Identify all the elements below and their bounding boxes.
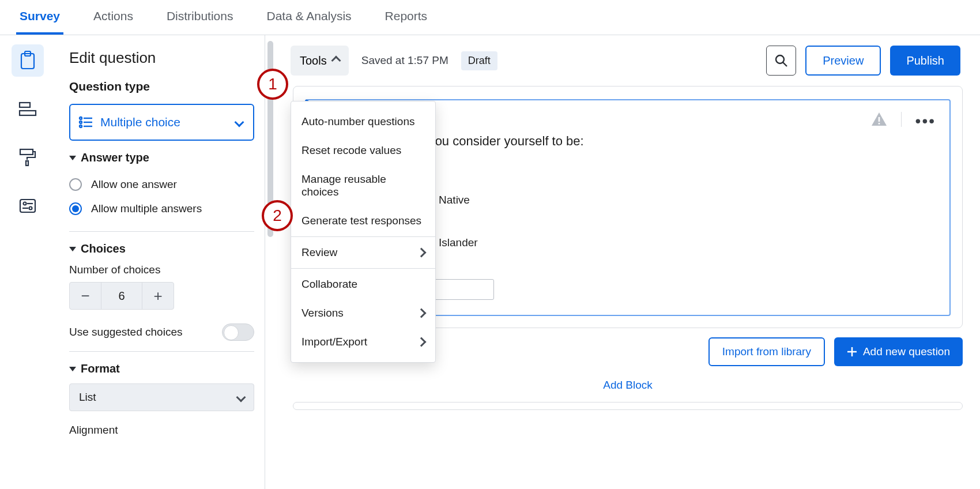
dd-reset-recode[interactable]: Reset recode values [291,136,435,165]
caret-down-icon [69,247,76,251]
svg-point-7 [24,202,27,205]
tools-button[interactable]: Tools [291,46,349,76]
svg-rect-19 [878,117,880,122]
rail-options-button[interactable] [12,190,44,222]
tools-dropdown: Auto-number questions Reset recode value… [291,101,436,363]
search-button[interactable] [766,46,796,76]
format-value: List [79,391,96,404]
rail-builder-button[interactable] [12,44,44,77]
chevron-right-icon [417,309,427,318]
choice-row[interactable]: Other [353,254,936,276]
radio-allow-multi[interactable]: Allow multiple answers [69,197,254,221]
sliders-icon [19,198,36,214]
stepper-plus[interactable]: + [142,283,174,309]
svg-point-13 [80,121,82,123]
import-library-button[interactable]: Import from library [708,337,825,366]
svg-rect-2 [20,103,30,107]
question-type-label: Multiple choice [100,115,180,129]
format-select[interactable]: List [69,383,254,411]
tab-survey[interactable]: Survey [16,9,63,35]
rail-look-button[interactable] [12,141,44,174]
choices-heading: Choices [81,242,126,255]
tab-actions[interactable]: Actions [90,9,137,35]
preview-button[interactable]: Preview [805,46,881,76]
dd-manage-reusable[interactable]: Manage reusable choices [291,165,435,206]
plus-icon [847,347,857,357]
num-choices-stepper: − 6 + [69,282,174,310]
radio-label: Allow multiple answers [91,202,202,215]
content: 1 2 Tools Saved at 1:57 PM Draft Preview… [276,35,980,489]
tools-label: Tools [300,54,327,67]
radio-icon [69,202,82,215]
warning-icon [871,112,887,127]
edit-title: Edit question [69,49,254,67]
dd-generate-test[interactable]: Generate test responses [291,206,435,235]
svg-line-18 [783,62,787,66]
svg-point-17 [776,55,784,63]
chevron-right-icon [417,337,427,347]
svg-rect-20 [878,123,880,125]
radio-label: Allow one answer [91,178,177,191]
panel-scrollbar[interactable] [265,35,276,489]
add-block-link[interactable]: Add Block [276,379,980,392]
choice-row[interactable]: ian or Pacific Islander [353,232,936,254]
publish-button[interactable]: Publish [890,46,960,76]
stepper-value: 6 [101,283,142,309]
next-block-card [293,402,963,410]
svg-rect-4 [20,149,33,155]
svg-rect-5 [26,161,28,165]
svg-rect-6 [20,200,35,212]
annotation-2: 2 [262,200,293,231]
tab-distributions[interactable]: Distributions [163,9,237,35]
format-heading: Format [81,362,120,375]
dd-collaborate[interactable]: Collaborate [291,270,435,299]
dd-review[interactable]: Review [291,238,435,267]
suggested-label: Use suggested choices [69,326,182,338]
dd-auto-number[interactable]: Auto-number questions [291,107,435,136]
annotation-1: 1 [257,69,288,100]
edit-panel: Edit question Question type Multiple cho… [55,35,265,489]
list-icon [78,116,92,129]
caret-down-icon [69,367,76,371]
rail-flow-button[interactable] [12,93,44,125]
svg-point-15 [80,125,82,127]
saved-status: Saved at 1:57 PM [361,54,448,67]
answer-type-heading: Answer type [81,151,149,164]
dd-versions[interactable]: Versions [291,299,435,328]
num-choices-label: Number of choices [69,264,254,276]
add-question-button[interactable]: Add new question [834,337,963,366]
draft-badge: Draft [461,51,497,70]
svg-point-9 [29,207,32,210]
chevron-right-icon [417,248,427,258]
tab-data-analysis[interactable]: Data & Analysis [263,9,355,35]
chevron-down-icon [236,393,246,403]
left-rail [0,35,55,489]
svg-rect-3 [20,111,36,115]
svg-point-11 [80,117,82,119]
flow-icon [18,101,37,117]
radio-icon [69,178,82,191]
top-nav: Survey Actions Distributions Data & Anal… [0,0,980,35]
choice-row[interactable]: ian or Alaska Native [353,189,936,211]
caret-down-icon [69,156,76,160]
choice-row[interactable] [353,211,936,232]
chevron-up-icon [331,56,341,66]
paint-roller-icon [19,148,36,167]
toolbar: Tools Saved at 1:57 PM Draft Preview Pub… [276,35,980,86]
suggested-toggle[interactable] [222,324,254,341]
chevron-down-icon [235,118,244,127]
question-type-heading: Question type [69,80,254,93]
radio-allow-one[interactable]: Allow one answer [69,172,254,197]
clipboard-icon [19,51,36,70]
search-icon [774,54,788,67]
stepper-minus[interactable]: − [70,283,101,309]
choice-row[interactable]: an American [353,167,936,189]
more-button[interactable]: ••• [915,112,936,130]
question-type-select[interactable]: Multiple choice [69,104,254,141]
tab-reports[interactable]: Reports [382,9,431,35]
dd-import-export[interactable]: Import/Export [291,328,435,356]
alignment-label: Alignment [69,424,254,437]
